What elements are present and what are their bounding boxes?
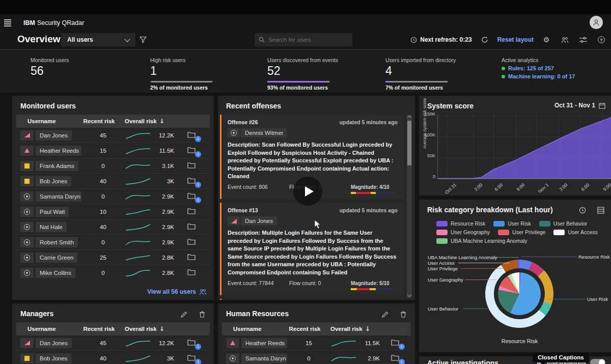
username-chip[interactable]: Mike Collins [36,268,75,278]
table-row[interactable]: Bob Jones403K1 [16,351,210,364]
legend-item[interactable]: User Risk [493,220,531,227]
scrollbar-thumb[interactable] [407,121,411,165]
delete-icon[interactable] [398,309,409,320]
username-chip[interactable]: Heather Reeds [241,338,287,348]
table-row[interactable]: Robert Smith02.9K [16,235,210,250]
users-icon[interactable] [559,34,570,45]
col-recent-risk[interactable]: Recent risk [77,326,121,332]
search-box[interactable] [255,33,352,46]
settings-gear-icon[interactable]: ⚙ [541,34,552,45]
time-range-icon[interactable] [577,205,588,216]
edit-icon[interactable] [379,309,391,320]
col-overall-risk[interactable]: Overall risk↓ [326,325,411,332]
rules-link[interactable]: Rules: 125 of 257 [502,65,575,71]
col-recent-risk[interactable]: Recent risk [283,326,326,332]
table-row[interactable]: Frank Adams03.1K [16,158,210,174]
col-overall-risk[interactable]: Overall risk↓ [121,325,210,332]
table-row[interactable]: Carrie Green252.8K [16,250,210,265]
table-row[interactable]: Dan Jones4512.2K1 [16,128,210,143]
search-input[interactable] [268,37,348,43]
legend-item[interactable]: User Access [553,229,597,235]
offense-card[interactable]: Offense #14updated 5 minutes ago Heather… [220,299,404,300]
username-chip[interactable]: Robert Smith [36,237,78,247]
offense-user-chip[interactable]: Dennis Witmer [228,128,398,137]
username-chip[interactable]: Dan Jones [36,130,72,141]
username-chip[interactable]: Samanta Daryn [241,353,287,363]
investigation-folder-icon[interactable] [187,254,198,262]
col-recent-risk[interactable]: Recent risk [77,118,121,124]
video-letterbox-bar [0,0,611,14]
username-chip[interactable]: Bob Jones [36,176,71,186]
table-row[interactable]: Dan Jones4512.2K1 [16,335,210,351]
user-filter-dropdown[interactable]: All users [61,33,135,46]
delete-icon[interactable] [197,309,208,320]
username-chip[interactable]: Paul Watt [36,207,69,217]
recent-risk-value: 40 [81,355,125,361]
table-row[interactable]: Paul Watt102.9K [16,204,210,219]
legend-item[interactable]: User Geography [436,229,490,235]
sort-descending-icon[interactable]: ↓ [159,325,164,332]
overall-risk-value: 11.5K [358,340,381,346]
offense-user-chip[interactable]: Dan Jones [228,216,398,226]
username-chip[interactable]: Samanta Daryn [36,191,81,202]
legend-item[interactable]: UBA Machine Learning Anomaly [436,238,527,244]
table-row[interactable]: Bob Jones403K1 [16,174,210,189]
reset-layout-link[interactable]: Reset layout [497,36,534,43]
sort-descending-icon[interactable]: ↓ [159,118,164,125]
legend-item[interactable]: User Behavior [539,220,588,227]
sort-descending-icon[interactable]: ↓ [365,325,370,332]
username-chip[interactable]: Bob Jones [36,353,71,363]
my-investigations-toggle[interactable] [590,359,605,364]
col-username[interactable]: Username [16,326,77,332]
date-range[interactable]: Oct 31 - Nov 1 [554,102,605,109]
table-row[interactable]: Mike Collins02.8K [16,265,210,281]
offenses-scroll-area[interactable]: Offense #26updated 5 minutes ago Dennis … [220,115,404,300]
table-row[interactable]: Nat Hale402.9K [16,219,210,235]
legend-item[interactable]: Resource Risk [436,220,485,227]
investigation-folder-icon[interactable]: 1 [187,131,198,139]
offense-card[interactable]: Offense #13updated 5 minutes ago Dan Jon… [220,203,404,295]
col-username[interactable]: Username [16,118,77,124]
refresh-button[interactable] [479,34,490,45]
sliders-icon[interactable] [577,34,589,45]
overall-risk-value: 2.9K [358,355,381,361]
investigation-folder-icon[interactable]: 1 [391,354,401,362]
scroll-up-icon[interactable] [407,116,411,120]
username-chip[interactable]: Nat Hale [36,222,67,232]
filter-button[interactable] [136,33,150,46]
investigation-folder-icon[interactable]: 1 [187,192,198,201]
stat-value: 1 [150,65,212,77]
scroll-down-icon[interactable] [407,293,411,297]
avatar[interactable] [590,16,603,29]
table-row[interactable]: Samanta Daryn02.9K1 [222,351,411,364]
col-username[interactable]: Username [222,326,283,332]
view-all-users-link[interactable]: View all 56 users [147,288,207,295]
investigation-folder-icon[interactable]: 1 [187,147,198,155]
table-view-icon[interactable] [595,205,606,216]
hamburger-menu-icon[interactable] [0,14,23,32]
investigation-folder-icon[interactable]: 1 [187,177,198,185]
investigation-folder-icon[interactable]: 1 [187,339,198,347]
edit-icon[interactable] [178,309,189,320]
username-chip[interactable]: Dan Jones [36,338,72,348]
scrollbar[interactable] [407,115,412,298]
investigation-folder-icon[interactable] [187,269,198,277]
table-row[interactable]: Heather Reeds1511.5K1 [222,335,411,351]
investigation-folder-icon[interactable] [187,238,198,246]
col-overall-risk[interactable]: Overall risk↓ [121,118,210,125]
video-play-button[interactable] [293,177,322,206]
username-chip[interactable]: Frank Adams [36,161,78,171]
table-row[interactable]: Samanta Daryn02.9K1 [16,189,210,204]
investigation-folder-icon[interactable]: 1 [187,354,198,362]
investigation-folder-icon[interactable] [187,162,198,170]
table-row[interactable]: Heather Reeds1511.5K1 [16,143,210,158]
username-chip[interactable]: Heather Reeds [36,146,81,156]
help-button[interactable]: ? [596,34,607,45]
investigation-folder-icon[interactable] [187,223,198,231]
investigation-folder-icon[interactable] [187,208,198,216]
risk-donut-inner-pie[interactable] [498,272,541,315]
investigation-folder-icon[interactable]: 1 [391,339,401,347]
legend-item[interactable]: User Privilege [498,229,545,235]
machine-learning-link[interactable]: Machine learning: 0 of 17 [502,73,575,79]
username-chip[interactable]: Carrie Green [36,253,77,263]
